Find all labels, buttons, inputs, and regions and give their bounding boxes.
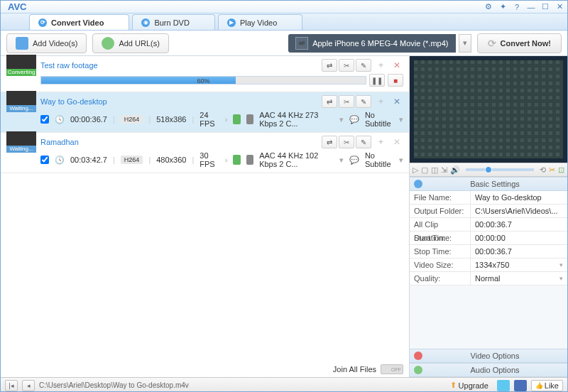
crop-icon[interactable]: ⊡ (558, 165, 564, 175)
right-panel: ▷ ▢ ◫ ⇲ 🔊 ⟲ ✂ ⊡ Basic Settings File Name… (410, 56, 567, 377)
swap-icon[interactable]: ⇄ (322, 95, 337, 108)
item-checkbox[interactable] (40, 156, 49, 164)
join-files-row: Join All Files OFF (333, 364, 403, 374)
tab-burn[interactable]: ◉Burn DVD (132, 14, 215, 30)
expand-icon[interactable]: ⇲ (441, 165, 447, 175)
cut-icon[interactable]: ✂ (339, 95, 354, 108)
play-icon: ▶ (227, 18, 236, 27)
stop-button[interactable]: ■ (388, 74, 403, 87)
cut-icon[interactable]: ✂ (339, 136, 354, 148)
profile-dropdown[interactable]: ▾ (459, 34, 471, 53)
add-icon[interactable]: + (376, 97, 386, 107)
chevron-down-icon[interactable]: ▾ (339, 115, 344, 124)
item-checkbox[interactable] (40, 115, 49, 124)
thumbnail: Converting (6, 55, 36, 76)
prev-button[interactable]: |◂ (5, 380, 18, 391)
phone-icon (233, 114, 240, 124)
list-item[interactable]: Waiting... Ramadhan ⇄ ✂ ✎ + ✕ 🕓 00:03:42… (1, 133, 409, 173)
facebook-icon[interactable] (514, 380, 527, 391)
add-icon[interactable]: + (376, 60, 386, 70)
back-button[interactable]: ◂ (22, 380, 35, 391)
clock-icon: 🕓 (55, 156, 65, 165)
tab-convert[interactable]: ⟳Convert Video (29, 14, 129, 30)
remove-icon[interactable]: ✕ (390, 137, 403, 147)
gear-icon (414, 180, 422, 188)
chevron-right-icon[interactable]: › (225, 115, 228, 124)
scissors-icon[interactable]: ✂ (549, 165, 555, 175)
filename-field[interactable]: Way to Go-desktop (471, 191, 567, 204)
thumbnail: Waiting... (6, 91, 36, 112)
disc-icon: ◉ (141, 18, 150, 27)
video-size-dropdown[interactable]: 1334x750 (471, 258, 567, 271)
loop-icon[interactable]: ⟲ (540, 165, 546, 175)
item-title: Way to Go-desktop (40, 97, 317, 106)
button-label: Add URL(s) (119, 39, 159, 48)
maximize-icon[interactable]: ☐ (540, 2, 550, 12)
volume-icon[interactable]: 🔊 (450, 165, 460, 175)
prop-label: Quality: (410, 272, 471, 285)
stop-time-field[interactable]: 00:00:36.7 (471, 245, 567, 258)
section-title: Basic Settings (427, 180, 563, 188)
swap-icon[interactable]: ⇄ (322, 136, 337, 148)
tab-play[interactable]: ▶Play Video (218, 14, 302, 30)
stop-icon[interactable]: ▢ (421, 165, 428, 175)
tab-label: Burn DVD (154, 18, 190, 27)
chevron-right-icon[interactable]: › (225, 156, 228, 164)
upgrade-button[interactable]: ⬆Upgrade (446, 381, 493, 390)
twitter-icon[interactable] (497, 380, 510, 391)
join-toggle[interactable]: OFF (381, 364, 403, 374)
cut-icon[interactable]: ✂ (339, 59, 354, 72)
output-profile: allApple iPhone 6 MPEG-4 Movie (*.mp4) ▾ (288, 34, 471, 53)
add-urls-button[interactable]: Add URL(s) (92, 33, 168, 53)
codec-badge: H264 (121, 115, 143, 124)
remove-icon[interactable]: ✕ (390, 60, 403, 70)
pause-button[interactable]: ❚❚ (369, 74, 385, 87)
skin-icon[interactable]: ✦ (498, 2, 508, 12)
convert-icon: ⟳ (38, 18, 47, 27)
convert-now-button[interactable]: ⟳Convert Now! (477, 33, 562, 53)
wand-icon[interactable]: ✎ (356, 136, 371, 148)
prop-label: All Clip Duration: (410, 218, 471, 231)
prop-label: Stop Time: (410, 245, 471, 258)
progress-text: 60% (197, 77, 209, 85)
help-icon[interactable]: ? (512, 2, 522, 12)
audio-options-header[interactable]: Audio Options (410, 363, 567, 377)
progress-bar: 60% (40, 76, 366, 85)
join-label: Join All Files (333, 365, 376, 374)
add-icon[interactable]: + (376, 137, 386, 147)
wand-icon[interactable]: ✎ (356, 95, 371, 108)
quality-dropdown[interactable]: Normal (471, 272, 567, 285)
chevron-down-icon[interactable]: ▾ (339, 156, 344, 165)
add-videos-button[interactable]: Add Video(s) (6, 33, 87, 53)
wand-icon[interactable]: ✎ (356, 59, 371, 72)
output-folder-field[interactable]: C:\Users\Ariel\Videos\... (471, 205, 567, 217)
basic-settings-header[interactable]: Basic Settings (410, 177, 567, 191)
file-list: Converting Test raw footage ⇄ ✂ ✎ + ✕ 60… (1, 56, 410, 377)
snapshot-icon[interactable]: ◫ (431, 165, 438, 175)
remove-icon[interactable]: ✕ (390, 97, 403, 107)
close-icon[interactable]: ✕ (555, 2, 564, 12)
minimize-icon[interactable]: — (526, 2, 536, 12)
status-badge: Converting (6, 69, 36, 76)
settings-icon[interactable]: ⚙ (484, 2, 493, 12)
chevron-down-icon[interactable]: ▾ (399, 156, 403, 165)
chevron-down-icon[interactable]: ▾ (399, 115, 403, 124)
swap-icon[interactable]: ⇄ (322, 59, 337, 72)
play-icon[interactable]: ▷ (413, 165, 418, 175)
tab-label: Convert Video (51, 18, 104, 27)
list-item[interactable]: Converting Test raw footage ⇄ ✂ ✎ + ✕ 60… (1, 56, 409, 92)
phone-icon (233, 155, 240, 165)
refresh-icon: ⟳ (488, 38, 496, 49)
like-button[interactable]: 👍Like (531, 380, 563, 391)
video-options-header[interactable]: Video Options (410, 349, 567, 363)
volume-slider[interactable] (466, 168, 534, 171)
tab-bar: ⟳Convert Video ◉Burn DVD ▶Play Video (1, 13, 567, 31)
prop-label: Output Folder: (410, 205, 471, 217)
globe-icon (102, 37, 114, 50)
profile-selector[interactable]: allApple iPhone 6 MPEG-4 Movie (*.mp4) (288, 34, 455, 53)
button-label: Convert Now! (501, 39, 552, 48)
fps: 24 FPS (200, 111, 219, 128)
subtitle: No Subtitle (365, 111, 393, 128)
list-item[interactable]: Waiting... Way to Go-desktop ⇄ ✂ ✎ + ✕ 🕓… (1, 92, 409, 133)
start-time-field[interactable]: 00:00:00 (471, 232, 567, 244)
